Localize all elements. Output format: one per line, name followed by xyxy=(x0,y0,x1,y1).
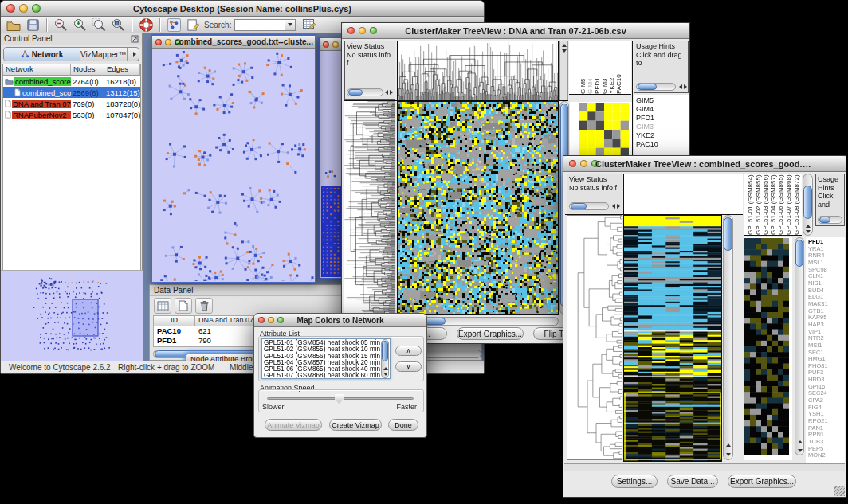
network-row[interactable]: RNAPuberNov2+563(0)107847(0) xyxy=(3,109,140,120)
zoom-fit-icon[interactable] xyxy=(108,18,128,33)
attribute-list-scrollbar[interactable] xyxy=(381,339,389,378)
move-down-button[interactable]: ∨ xyxy=(395,361,422,372)
label-scroll-strip[interactable] xyxy=(559,41,568,100)
usage-hints-text: Click and xyxy=(818,192,842,209)
gene-list-scrollbar[interactable] xyxy=(795,237,804,455)
column-dendrogram[interactable] xyxy=(397,41,559,100)
vizmapper-icon[interactable] xyxy=(164,18,183,33)
network-list: Network Nodes Edges combined_scores2764(… xyxy=(2,64,141,271)
attribute-browser-icon[interactable] xyxy=(300,18,319,33)
zoom-selected-icon[interactable] xyxy=(89,18,108,33)
row-dendrogram[interactable] xyxy=(567,215,622,460)
heatmap-column-labels: GPL51-01 (GSM854)GPL51-02 (GSM855)GPL51-… xyxy=(744,174,802,236)
network-row[interactable]: DNA and Tran 07769(0)183728(0) xyxy=(3,98,140,109)
attribute-item[interactable]: GPL51-07 (GSM868) heat shock 60 min xyxy=(264,373,388,379)
heatmap-vscrollbar[interactable] xyxy=(723,215,733,460)
animate-vizmap-button[interactable]: Animate Vizmap xyxy=(265,419,322,431)
network-name-cell: RNAPuberNov2+ xyxy=(3,109,71,120)
network-edges: 16218(0) xyxy=(104,76,140,87)
column-label: GPL51-08 (GSM872) xyxy=(793,174,801,235)
float-panel-icon[interactable] xyxy=(131,35,139,45)
usage-hints-panel: Usage Hints Click and xyxy=(815,174,845,226)
network-tree-icon xyxy=(21,49,29,60)
save-data-button[interactable]: Save Data... xyxy=(667,475,718,488)
new-document-icon[interactable] xyxy=(175,298,192,314)
heatmap-main[interactable] xyxy=(623,215,722,462)
heatmap-main[interactable] xyxy=(397,101,559,315)
main-titlebar[interactable]: Cytoscape Desktop (Session Name: collins… xyxy=(1,1,484,17)
zoom-in-icon[interactable] xyxy=(70,18,89,33)
minimize-button[interactable] xyxy=(332,41,339,48)
node-attribute-browser-button[interactable]: Node Attribute Brows xyxy=(185,353,261,361)
move-up-button[interactable]: ∧ xyxy=(395,346,422,356)
treeview1-titlebar[interactable]: ClusterMaker TreeView : DNA and Tran 07-… xyxy=(342,23,689,39)
mini-heatmap-zone xyxy=(744,237,792,460)
help-lifering-icon[interactable] xyxy=(136,18,155,33)
column-label: GIM5 xyxy=(579,41,587,94)
row-dendrogram[interactable] xyxy=(344,101,395,315)
col-nodes[interactable]: Nodes xyxy=(71,64,104,76)
main-window-title: Cytoscape Desktop (Session Name: collins… xyxy=(1,4,484,14)
network-nodes: 2764(0) xyxy=(71,76,104,87)
slower-label: Slower xyxy=(262,403,285,411)
gene-list[interactable]: PFD1YRA1RNR4MSL1SPC98CLN1NIS1BUD4ELG1MAK… xyxy=(806,237,845,463)
network-name: combined_scores xyxy=(14,77,71,86)
correlation-matrix[interactable] xyxy=(579,103,629,157)
column-label: GIM4 xyxy=(587,41,594,94)
view-status-panel: View Status No status info f xyxy=(344,41,395,100)
view-status-title: View Status xyxy=(347,42,393,51)
settings-button[interactable]: Settings... xyxy=(611,475,658,488)
save-session-button[interactable] xyxy=(23,18,42,33)
view-status-text: No status info f xyxy=(347,51,393,68)
column-labels-scrollbar[interactable] xyxy=(803,174,813,236)
trash-icon[interactable] xyxy=(195,298,213,314)
view-status-panel: View Status No status info f xyxy=(567,174,622,213)
network-edges: 13112(15) xyxy=(104,87,140,98)
network-table-header[interactable]: Network Nodes Edges xyxy=(3,64,140,76)
gene-label: MON2 xyxy=(808,452,845,459)
export-graphics-button[interactable]: Export Graphics... xyxy=(457,327,524,340)
usage-hints-scrollbar[interactable] xyxy=(636,83,676,91)
usage-hints-scrollbar[interactable] xyxy=(818,216,842,224)
file-icon xyxy=(5,111,11,119)
create-vizmap-button[interactable]: Create Vizmap xyxy=(329,419,382,431)
col-network[interactable]: Network xyxy=(3,64,71,76)
control-panel-title: Control Panel xyxy=(4,34,53,43)
annotation-icon[interactable] xyxy=(183,18,202,33)
dialog-titlebar[interactable]: Map Colors to Network xyxy=(254,314,426,327)
mini-heatmap[interactable] xyxy=(744,238,789,455)
network-view-window[interactable]: combined_scores_good.txt--cluste... xyxy=(151,34,316,283)
tab-network[interactable]: Network xyxy=(4,48,80,61)
network-row[interactable]: combined_sco2569(6)13112(15) xyxy=(3,87,140,98)
network-row[interactable]: combined_scores2764(0)16218(0) xyxy=(3,76,140,87)
view-status-scrollbar[interactable] xyxy=(347,88,383,96)
col-id[interactable]: ID xyxy=(154,316,195,326)
network-name-cell: DNA and Tran 07 xyxy=(3,98,71,109)
zoom-out-icon[interactable] xyxy=(51,18,70,33)
attribute-list[interactable]: GPL51-01 (GSM854) heat shock 05 minGPL51… xyxy=(261,338,391,379)
matrix-label: GIM4 xyxy=(636,105,689,114)
tab-vizmapper[interactable]: VizMapper™ xyxy=(80,48,128,61)
birdseye-view[interactable] xyxy=(1,270,143,361)
chevron-right-icon xyxy=(133,52,136,57)
column-label: GPL51-07 (GSM868) xyxy=(785,174,793,235)
search-input[interactable] xyxy=(234,19,285,31)
col-edges[interactable]: Edges xyxy=(104,64,140,76)
tab-overflow-button[interactable] xyxy=(128,48,139,61)
resize-grip[interactable] xyxy=(834,486,845,496)
open-session-button[interactable] xyxy=(4,18,23,33)
view-status-scrollbar[interactable] xyxy=(569,202,609,210)
treeview2-titlebar[interactable]: ClusterMaker TreeView : combined_scores_… xyxy=(563,156,846,172)
table-icon[interactable] xyxy=(154,298,171,314)
column-label: GPL51-06 (GSM865) xyxy=(777,174,785,235)
done-button[interactable]: Done xyxy=(388,419,418,431)
toolbar-separator xyxy=(46,18,47,32)
close-button[interactable] xyxy=(323,41,329,48)
row-id: PFD1 xyxy=(154,336,195,346)
network-canvas[interactable] xyxy=(152,49,315,281)
export-graphics-button[interactable]: Export Graphics... xyxy=(728,475,796,488)
search-dropdown-button[interactable] xyxy=(285,19,296,31)
column-dendrogram[interactable] xyxy=(623,174,743,214)
usage-hints-title: Usage Hints xyxy=(636,42,686,51)
column-label: GPL51-01 (GSM854) xyxy=(747,174,755,235)
